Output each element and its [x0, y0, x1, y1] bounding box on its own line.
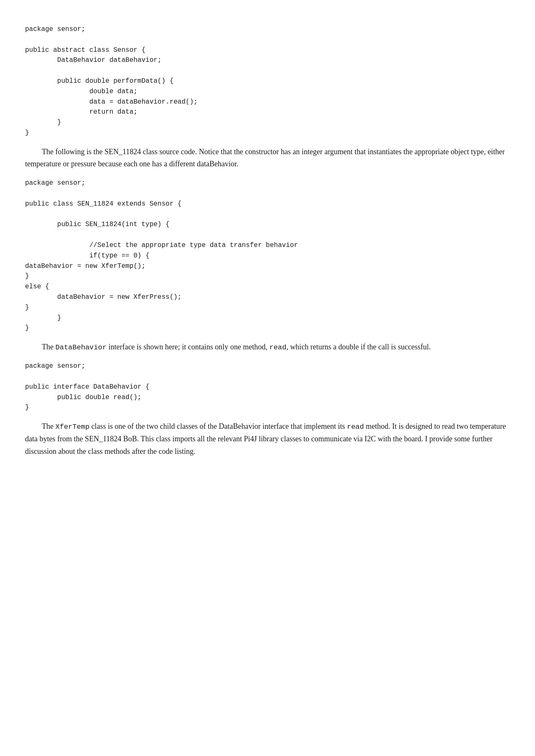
prose-3-text-before: The — [42, 422, 55, 430]
code-block-3: package sensor; public interface DataBeh… — [25, 361, 510, 413]
code-block-1: package sensor; public abstract class Se… — [25, 24, 510, 138]
code-block-2: package sensor; public class SEN_11824 e… — [25, 178, 510, 333]
prose-3-inline-2: read — [347, 423, 364, 431]
prose-2-inline-2: read — [269, 344, 286, 351]
prose-3-inline-1: XferTemp — [55, 423, 89, 431]
prose-paragraph-1: The following is the SEN_11824 class sou… — [25, 146, 510, 171]
prose-paragraph-2: The DataBehavior interface is shown here… — [25, 341, 510, 354]
page-content: package sensor; public abstract class Se… — [25, 24, 510, 458]
prose-2-text-after: , which returns a double if the call is … — [286, 343, 431, 351]
prose-2-text-middle: interface is shown here; it contains onl… — [107, 343, 269, 351]
prose-paragraph-3: The XferTemp class is one of the two chi… — [25, 420, 510, 458]
prose-2-text-before: The — [42, 343, 55, 351]
prose-2-inline-1: DataBehavior — [55, 344, 106, 351]
prose-3-text-middle-1: class is one of the two child classes of… — [89, 422, 347, 430]
